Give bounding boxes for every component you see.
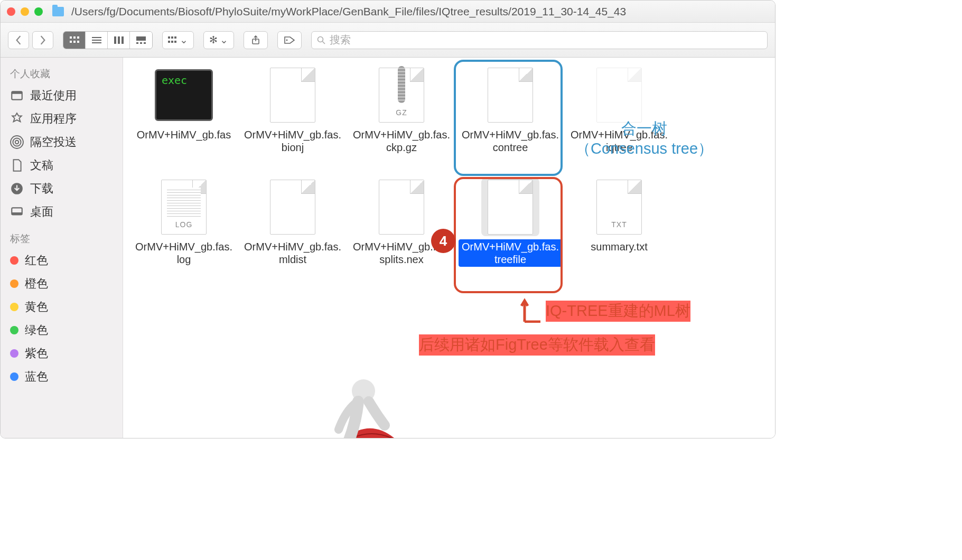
file-item[interactable]: OrMV+HiMV_gb.fas.contree [456, 64, 565, 176]
svg-rect-4 [73, 41, 76, 43]
file-label: OrMV+HiMV_gb.fas.bionj [241, 127, 344, 155]
tags-button[interactable] [277, 31, 302, 49]
svg-rect-12 [136, 36, 146, 41]
file-icon [264, 178, 322, 236]
tag-dot-icon [10, 372, 18, 381]
nav-buttons [8, 31, 53, 49]
sidebar-tag-label: 紫色 [25, 346, 48, 361]
window-title-path: /Users/fg/Documents/Biosoft/PhyloSuite/m… [71, 5, 626, 18]
sidebar-tag-yellow[interactable]: 黄色 [1, 295, 123, 319]
view-icons-button[interactable] [63, 32, 86, 49]
file-item[interactable]: GZOrMV+HiMV_gb.fas.ckp.gz [347, 64, 456, 176]
sidebar-favorites-header: 个人收藏 [1, 64, 123, 84]
sidebar-item-desktop[interactable]: 桌面 [1, 200, 123, 223]
sidebar-tag-label: 绿色 [25, 322, 48, 338]
svg-rect-19 [168, 41, 170, 43]
action-menu-button[interactable]: ✻ ⌄ [203, 31, 234, 49]
minimize-window-button[interactable] [21, 7, 29, 16]
file-label: OrMV+HiMV_gb.fas [135, 127, 233, 142]
desktop-icon [10, 205, 24, 219]
titlebar: /Users/fg/Documents/Biosoft/PhyloSuite/m… [1, 1, 775, 23]
svg-rect-5 [77, 41, 79, 43]
svg-rect-17 [171, 36, 173, 39]
svg-rect-8 [92, 42, 101, 43]
documents-icon [10, 158, 24, 172]
view-list-button[interactable] [86, 32, 108, 49]
svg-rect-21 [174, 41, 176, 43]
svg-point-28 [15, 141, 19, 144]
file-item[interactable]: OrMV+HiMV_gb.fas.bionj [238, 64, 347, 176]
sidebar-tag-blue[interactable]: 蓝色 [1, 365, 123, 388]
svg-rect-27 [12, 91, 22, 94]
close-window-button[interactable] [7, 7, 15, 16]
file-item[interactable]: LOGOrMV+HiMV_gb.fas.log [129, 176, 238, 288]
file-item[interactable]: execOrMV+HiMV_gb.fas [129, 64, 238, 176]
file-label: OrMV+HiMV_gb.fas.ckp.gz [350, 127, 453, 155]
sidebar-tags-header: 标签 [1, 229, 123, 249]
tag-dot-icon [10, 303, 18, 311]
annotation-ml-tree: IQ-TREE重建的ML树 [546, 301, 690, 322]
annotation-consensus-line2: （Consensus tree） [575, 139, 713, 159]
window-traffic-lights [7, 7, 43, 16]
svg-rect-9 [114, 36, 116, 44]
sidebar-item-airdrop[interactable]: 隔空投送 [1, 130, 123, 154]
tag-dot-icon [10, 326, 18, 334]
applications-icon [10, 112, 24, 126]
sidebar-item-label: 应用程序 [30, 111, 77, 127]
sidebar-tag-label: 红色 [25, 253, 48, 268]
finder-window: /Users/fg/Documents/Biosoft/PhyloSuite/m… [0, 0, 776, 438]
file-item[interactable]: OrMV+HiMV_gb.fas.mldist [238, 176, 347, 288]
svg-rect-33 [12, 212, 22, 214]
annotation-consensus: 合一树 （Consensus tree） [575, 119, 713, 158]
sidebar-tag-label: 黄色 [25, 299, 48, 315]
sidebar-tag-label: 蓝色 [25, 369, 48, 385]
svg-line-25 [323, 41, 325, 44]
file-icon: LOG [155, 178, 213, 236]
sidebar-item-label: 下载 [30, 181, 53, 197]
file-item[interactable]: TXTsummary.txt [565, 176, 674, 288]
sidebar-tag-red[interactable]: 红色 [1, 249, 123, 272]
content-area: execOrMV+HiMV_gb.fasOrMV+HiMV_gb.fas.bio… [123, 58, 775, 438]
step-badge-number: 4 [440, 233, 447, 249]
file-label: OrMV+HiMV_gb.fas.contree [459, 127, 562, 155]
sidebar-tag-green[interactable]: 绿色 [1, 319, 123, 342]
file-icon: GZ [372, 66, 431, 124]
back-button[interactable] [8, 31, 29, 49]
gear-icon: ✻ [209, 34, 218, 46]
svg-rect-3 [70, 41, 72, 43]
file-icon [590, 66, 648, 124]
file-icon [372, 178, 431, 236]
sidebar-tag-orange[interactable]: 橙色 [1, 272, 123, 295]
downloads-icon [10, 182, 24, 195]
svg-rect-14 [140, 42, 142, 44]
sidebar-item-applications[interactable]: 应用程序 [1, 107, 123, 130]
svg-rect-16 [168, 36, 170, 39]
sidebar-item-label: 文稿 [30, 157, 53, 173]
svg-rect-0 [70, 36, 72, 39]
view-gallery-button[interactable] [130, 32, 152, 49]
svg-point-23 [286, 39, 288, 41]
file-label: OrMV+HiMV_gb.fas.mldist [241, 239, 344, 267]
tag-dot-icon [10, 256, 18, 265]
tag-dot-icon [10, 279, 18, 288]
svg-rect-20 [171, 41, 173, 43]
sidebar-item-recents[interactable]: 最近使用 [1, 84, 123, 107]
tag-dot-icon [10, 349, 18, 358]
sidebar-item-documents[interactable]: 文稿 [1, 154, 123, 177]
group-by-button[interactable]: ⌄ [162, 31, 194, 49]
file-grid: execOrMV+HiMV_gb.fasOrMV+HiMV_gb.fas.bio… [123, 64, 775, 288]
view-columns-button[interactable] [108, 32, 130, 49]
file-item[interactable]: OrMV+HiMV_gb.fas.treefile [456, 176, 565, 288]
decorative-character-icon: ? [313, 362, 419, 438]
file-icon [264, 66, 322, 124]
forward-button[interactable] [32, 31, 53, 49]
zoom-window-button[interactable] [34, 7, 43, 16]
search-field[interactable]: 搜索 [311, 31, 768, 49]
step-badge: 4 [431, 229, 455, 253]
recents-icon [10, 89, 24, 102]
sidebar-tag-purple[interactable]: 紫色 [1, 342, 123, 365]
sidebar-item-downloads[interactable]: 下载 [1, 177, 123, 200]
share-button[interactable] [244, 31, 268, 49]
svg-rect-13 [136, 42, 138, 44]
search-placeholder: 搜索 [330, 33, 351, 47]
